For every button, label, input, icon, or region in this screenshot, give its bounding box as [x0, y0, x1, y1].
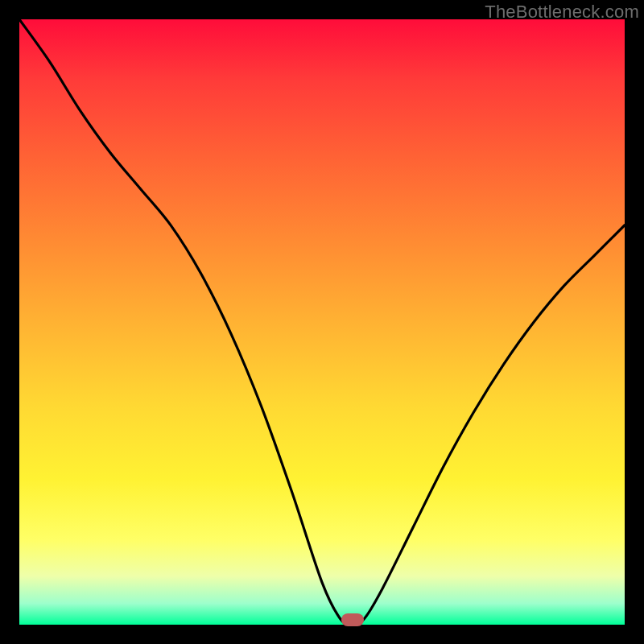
chart-viewport: TheBottleneck.com: [0, 0, 644, 644]
attribution-text: TheBottleneck.com: [485, 2, 639, 23]
plot-area: [19, 19, 625, 625]
bottleneck-curve: [19, 19, 625, 625]
optimal-marker: [341, 613, 364, 626]
